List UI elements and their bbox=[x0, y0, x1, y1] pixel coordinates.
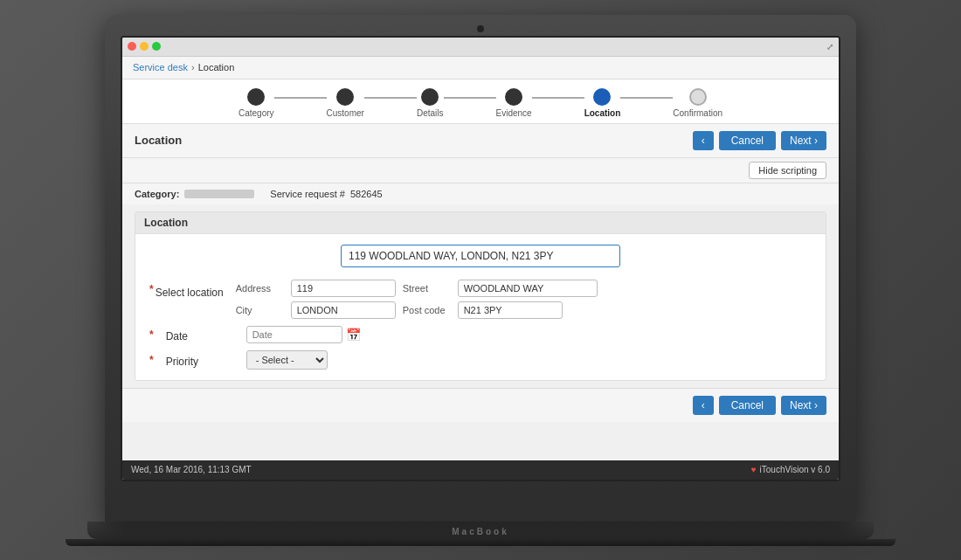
laptop-screen: ⤢ Service desk › Location Category bbox=[121, 36, 840, 481]
panel-body: * Select location Address Street bbox=[135, 234, 826, 380]
postcode-input[interactable] bbox=[458, 301, 563, 319]
itv-logo: ♥ iTouchVision v 6.0 bbox=[751, 465, 830, 474]
step-label-category: Category bbox=[239, 108, 274, 118]
calendar-icon[interactable]: 📅 bbox=[346, 328, 361, 342]
address-number-row: Address Street bbox=[236, 280, 598, 297]
city-input[interactable] bbox=[291, 301, 396, 319]
required-asterisk-priority: * bbox=[149, 354, 154, 366]
stepper: Category Customer Details bbox=[239, 88, 722, 118]
hide-scripting-button[interactable]: Hide scripting bbox=[749, 162, 826, 179]
step-label-details: Details bbox=[417, 108, 444, 118]
breadcrumb-separator: › bbox=[191, 62, 195, 73]
step-location: Location bbox=[584, 88, 621, 118]
step-label-customer: Customer bbox=[327, 108, 364, 118]
required-asterisk-date: * bbox=[149, 328, 154, 341]
heart-icon: ♥ bbox=[751, 465, 757, 474]
footer-next-button[interactable]: Next › bbox=[781, 396, 826, 415]
window-controls bbox=[128, 42, 161, 51]
category-row: Category: Service request # 582645 bbox=[122, 183, 839, 204]
step-circle-location bbox=[593, 88, 611, 106]
service-req-label: Service request # bbox=[270, 189, 345, 199]
step-circle-details bbox=[421, 88, 439, 106]
city-label: City bbox=[236, 305, 284, 315]
postcode-label: Post code bbox=[403, 305, 451, 315]
date-input[interactable] bbox=[246, 326, 342, 343]
footer-cancel-button[interactable]: Cancel bbox=[719, 396, 776, 415]
minimize-btn[interactable] bbox=[140, 42, 149, 51]
service-req-number: 582645 bbox=[350, 189, 383, 199]
category-value bbox=[184, 190, 254, 198]
step-circle-evidence bbox=[505, 88, 522, 106]
priority-row: * Priority - Select - Low Medium High Cr… bbox=[149, 350, 812, 370]
street-label: Street bbox=[403, 283, 451, 294]
connector-5 bbox=[620, 97, 673, 99]
header-buttons: ‹ Cancel Next › bbox=[693, 131, 826, 150]
location-panel: Location * Select location bbox=[135, 211, 826, 381]
connector-2 bbox=[364, 97, 417, 99]
priority-select[interactable]: - Select - Low Medium High Critical bbox=[246, 350, 328, 370]
status-datetime: Wed, 16 Mar 2016, 11:13 GMT bbox=[131, 465, 252, 474]
step-evidence: Evidence bbox=[496, 88, 532, 118]
full-address-input[interactable] bbox=[341, 245, 620, 267]
panel-header: Location bbox=[135, 212, 826, 234]
select-location-label: Select location bbox=[156, 283, 225, 299]
itv-version: iTouchVision v 6.0 bbox=[760, 465, 830, 474]
connector-1 bbox=[274, 97, 327, 99]
stepper-bar: Category Customer Details bbox=[122, 80, 839, 124]
breadcrumb: Service desk › Location bbox=[122, 57, 839, 80]
step-confirmation: Confirmation bbox=[673, 88, 722, 118]
date-label: Date bbox=[166, 327, 236, 342]
connector-3 bbox=[444, 97, 496, 99]
step-details: Details bbox=[417, 88, 444, 118]
footer-back-button[interactable]: ‹ bbox=[693, 396, 714, 415]
street-input[interactable] bbox=[458, 280, 598, 297]
step-customer: Customer bbox=[327, 88, 364, 118]
footer-bar: ‹ Cancel Next › bbox=[122, 388, 839, 422]
step-circle-customer bbox=[336, 88, 354, 106]
title-bar: ⤢ bbox=[122, 38, 839, 57]
priority-label: Priority bbox=[166, 352, 236, 368]
select-location-section: * Select location Address Street bbox=[149, 280, 812, 319]
laptop-body: ⤢ Service desk › Location Category bbox=[105, 15, 856, 522]
scripting-bar: Hide scripting bbox=[122, 158, 839, 183]
main-content: Location ‹ Cancel Next › Hide scripting bbox=[122, 124, 839, 460]
step-label-location: Location bbox=[584, 108, 621, 118]
section-title: Location bbox=[135, 134, 182, 147]
step-circle-category bbox=[247, 88, 265, 106]
maximize-btn[interactable] bbox=[152, 42, 161, 51]
connector-4 bbox=[532, 97, 584, 99]
laptop-brand-label: MacBook bbox=[452, 527, 508, 536]
city-row: City Post code bbox=[236, 301, 598, 319]
status-bar: Wed, 16 Mar 2016, 11:13 GMT ♥ iTouchVisi… bbox=[122, 460, 839, 480]
address-fields: Address Street City Post code bbox=[236, 280, 598, 319]
step-category: Category bbox=[239, 88, 274, 118]
section-header-row: Location ‹ Cancel Next › bbox=[122, 124, 839, 158]
expand-icon[interactable]: ⤢ bbox=[826, 42, 833, 52]
date-row: * Date 📅 bbox=[149, 326, 812, 343]
step-label-confirmation: Confirmation bbox=[673, 108, 722, 118]
address-label: Address bbox=[236, 283, 284, 294]
step-label-evidence: Evidence bbox=[496, 108, 532, 118]
step-circle-confirmation bbox=[689, 88, 707, 106]
back-button[interactable]: ‹ bbox=[693, 131, 714, 150]
category-label: Category: bbox=[135, 189, 179, 199]
required-asterisk-location: * bbox=[149, 283, 154, 295]
breadcrumb-current: Location bbox=[198, 62, 235, 73]
next-button[interactable]: Next › bbox=[781, 131, 826, 150]
breadcrumb-link[interactable]: Service desk bbox=[133, 62, 188, 73]
address-input[interactable] bbox=[291, 280, 396, 297]
close-btn[interactable] bbox=[128, 42, 136, 51]
date-input-wrap: 📅 bbox=[246, 326, 361, 343]
cancel-button[interactable]: Cancel bbox=[719, 131, 776, 150]
